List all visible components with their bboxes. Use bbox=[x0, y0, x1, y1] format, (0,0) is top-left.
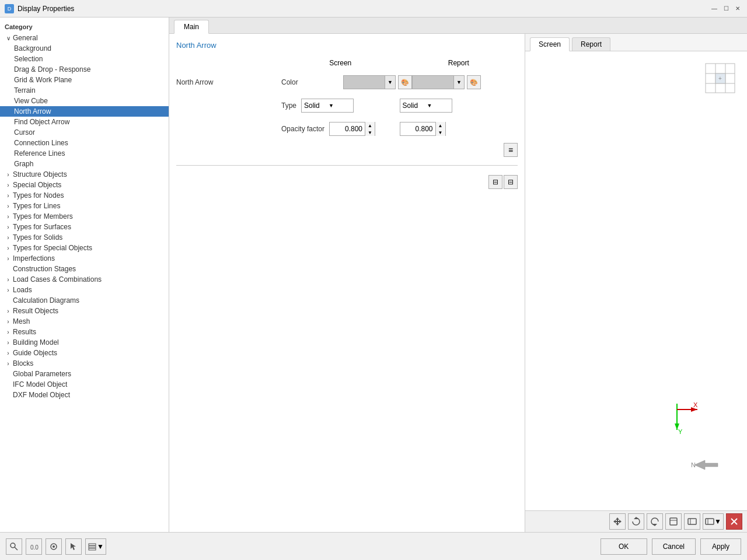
expand-arrow: › bbox=[5, 307, 12, 314]
expand-arrow: › bbox=[5, 360, 12, 367]
expand-arrow: › bbox=[5, 255, 12, 262]
preview-tab-report[interactable]: Report bbox=[572, 37, 610, 51]
window-title: Display Properties bbox=[18, 5, 74, 13]
tree-item-selection[interactable]: Selection bbox=[0, 54, 169, 64]
tree-item-types-surfaces[interactable]: › Types for Surfaces bbox=[0, 222, 169, 232]
svg-rect-34 bbox=[89, 548, 96, 550]
report-opacity-down[interactable]: ▼ bbox=[436, 129, 445, 136]
section-title: North Arrow bbox=[176, 41, 518, 50]
expand-arrow: › bbox=[5, 276, 12, 283]
report-color-group: ▼ 🎨 bbox=[412, 75, 518, 89]
tree-item-reference-lines[interactable]: Reference Lines bbox=[0, 148, 169, 159]
main-tab-bar: Main bbox=[169, 18, 747, 34]
tree-item-general[interactable]: ∨ General bbox=[0, 33, 169, 43]
screen-opacity-control[interactable]: ▲ ▼ bbox=[329, 122, 375, 136]
close-button[interactable]: ✕ bbox=[733, 4, 742, 13]
tree-item-result-objects[interactable]: › Result Objects bbox=[0, 306, 169, 316]
maximize-button[interactable]: ☐ bbox=[721, 4, 731, 13]
tree-item-cursor[interactable]: Cursor bbox=[0, 127, 169, 138]
screen-color-swatch bbox=[344, 76, 385, 89]
toolbar-btn-6[interactable]: ▼ bbox=[703, 513, 724, 530]
tree-item-find-object-arrow[interactable]: Find Object Arrow bbox=[0, 117, 169, 127]
tree-item-structure-objects[interactable]: › Structure Objects bbox=[0, 169, 169, 180]
tree-item-mesh[interactable]: › Mesh bbox=[0, 316, 169, 327]
svg-text:0.00: 0.00 bbox=[30, 544, 39, 551]
bottom-tool-3[interactable] bbox=[46, 538, 62, 555]
preview-panel: Screen Report bbox=[525, 34, 747, 532]
tree-item-ifc-model-object[interactable]: IFC Model Object bbox=[0, 379, 169, 390]
tree-item-global-parameters[interactable]: Global Parameters bbox=[0, 369, 169, 379]
left-panel: Category ∨ General Background Selection … bbox=[0, 18, 169, 532]
expand-arrow: › bbox=[5, 286, 12, 293]
tree-item-blocks[interactable]: › Blocks bbox=[0, 358, 169, 369]
screen-color-dropdown-arrow[interactable]: ▼ bbox=[385, 76, 395, 89]
north-arrow-preview: N bbox=[689, 453, 724, 478]
screen-opacity-input[interactable] bbox=[330, 123, 365, 135]
svg-line-27 bbox=[15, 547, 18, 550]
report-type-dropdown[interactable]: Solid ▼ bbox=[400, 99, 452, 113]
tree-item-terrain[interactable]: Terrain bbox=[0, 85, 169, 96]
tree-item-types-special-objects[interactable]: › Types for Special Objects bbox=[0, 243, 169, 253]
copy-to-report-button[interactable]: ≡ bbox=[504, 143, 518, 157]
preview-area: + Y bbox=[525, 51, 747, 510]
tree-item-drag-drop[interactable]: Drag & Drop - Response bbox=[0, 64, 169, 75]
tree-item-dxf-model-object[interactable]: DXF Model Object bbox=[0, 390, 169, 400]
tree-item-load-cases-combinations[interactable]: › Load Cases & Combinations bbox=[0, 274, 169, 285]
report-col-header: Report bbox=[400, 59, 518, 67]
toolbar-btn-2[interactable] bbox=[628, 513, 644, 530]
tree-item-types-solids[interactable]: › Types for Solids bbox=[0, 232, 169, 243]
expand-arrow: › bbox=[5, 171, 12, 178]
opacity-label-screen: Opacity factor bbox=[281, 125, 324, 133]
tree-item-special-objects[interactable]: › Special Objects bbox=[0, 180, 169, 190]
tree-item-construction-stages[interactable]: Construction Stages bbox=[0, 264, 169, 274]
apply-button[interactable]: Apply bbox=[700, 538, 741, 555]
report-opacity-input[interactable] bbox=[400, 123, 435, 135]
color-label: Color bbox=[281, 78, 298, 86]
bottom-tool-2[interactable]: 0.00 bbox=[26, 538, 42, 555]
toolbar-btn-4[interactable] bbox=[665, 513, 682, 530]
report-palette-button[interactable]: 🎨 bbox=[467, 75, 481, 89]
toolbar-btn-1[interactable] bbox=[609, 513, 626, 530]
bottom-tool-4[interactable] bbox=[65, 538, 82, 555]
screen-opacity-up[interactable]: ▲ bbox=[365, 122, 375, 129]
screen-opacity-down[interactable]: ▼ bbox=[365, 129, 375, 136]
bottom-tool-5[interactable]: ▼ bbox=[85, 538, 106, 555]
screen-color-dropdown[interactable]: ▼ bbox=[343, 75, 396, 89]
expand-arrow: › bbox=[5, 181, 12, 188]
tree-item-connection-lines[interactable]: Connection Lines bbox=[0, 138, 169, 148]
ok-button[interactable]: OK bbox=[601, 538, 647, 555]
tree-item-building-model[interactable]: › Building Model bbox=[0, 337, 169, 348]
screen-type-dropdown[interactable]: Solid ▼ bbox=[301, 99, 354, 113]
bottom-tool-1[interactable] bbox=[6, 538, 22, 555]
tree-item-background[interactable]: Background bbox=[0, 43, 169, 54]
tree-item-types-lines[interactable]: › Types for Lines bbox=[0, 201, 169, 211]
copy-all-button2[interactable]: ⊟ bbox=[504, 175, 518, 189]
copy-all-button[interactable]: ⊟ bbox=[488, 175, 502, 189]
tree-item-imperfections[interactable]: › Imperfections bbox=[0, 253, 169, 264]
tree-item-calculation-diagrams[interactable]: Calculation Diagrams bbox=[0, 295, 169, 306]
tab-main[interactable]: Main bbox=[174, 20, 209, 34]
tree-item-results[interactable]: › Results bbox=[0, 327, 169, 337]
report-color-dropdown[interactable]: ▼ bbox=[412, 75, 465, 89]
cancel-button[interactable]: Cancel bbox=[652, 538, 696, 555]
tree-item-view-cube[interactable]: View Cube bbox=[0, 96, 169, 106]
tree-item-north-arrow[interactable]: North Arrow bbox=[0, 106, 169, 117]
expand-arrow: › bbox=[5, 318, 12, 325]
type-label-screen: Type bbox=[281, 102, 296, 110]
report-opacity-control[interactable]: ▲ ▼ bbox=[400, 122, 446, 136]
tree-item-graph[interactable]: Graph bbox=[0, 159, 169, 169]
tree-item-types-nodes[interactable]: › Types for Nodes bbox=[0, 190, 169, 201]
tree-item-loads[interactable]: › Loads bbox=[0, 285, 169, 295]
report-color-dropdown-arrow[interactable]: ▼ bbox=[453, 76, 464, 89]
svg-point-30 bbox=[53, 545, 55, 548]
tree-item-grid-work-plane[interactable]: Grid & Work Plane bbox=[0, 75, 169, 85]
preview-tab-screen[interactable]: Screen bbox=[530, 37, 570, 51]
toolbar-btn-5[interactable] bbox=[684, 513, 700, 530]
report-opacity-up[interactable]: ▲ bbox=[436, 122, 445, 129]
tree-item-guide-objects[interactable]: › Guide Objects bbox=[0, 348, 169, 358]
toolbar-btn-7[interactable] bbox=[726, 513, 742, 530]
screen-palette-button[interactable]: 🎨 bbox=[398, 75, 412, 89]
toolbar-btn-3[interactable] bbox=[647, 513, 663, 530]
tree-item-types-members[interactable]: › Types for Members bbox=[0, 211, 169, 222]
minimize-button[interactable]: — bbox=[710, 4, 719, 13]
